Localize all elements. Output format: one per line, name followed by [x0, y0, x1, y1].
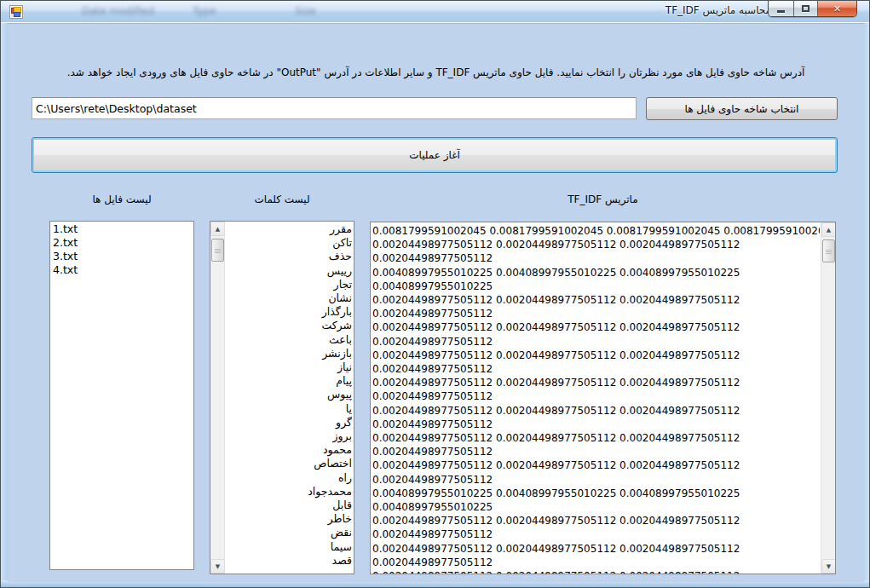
- word-item[interactable]: نیاز: [225, 360, 352, 374]
- matrix-line: 0.00204498977505112: [372, 445, 820, 458]
- word-item[interactable]: بارگذار: [225, 305, 352, 319]
- word-item[interactable]: تاکن: [225, 236, 352, 250]
- word-item[interactable]: خاطر: [225, 512, 352, 526]
- matrix-line: 0.0081799591002045 0.0081799591002045 0.…: [372, 224, 820, 238]
- word-item[interactable]: مقرر: [225, 222, 352, 236]
- folder-path-input[interactable]: [32, 97, 637, 119]
- matrix-line: 0.00204498977505112 0.00204498977505112 …: [372, 349, 820, 362]
- start-operation-button[interactable]: آغاز عملیات: [32, 137, 838, 173]
- bleed-text: Date modified: [82, 5, 154, 17]
- word-item[interactable]: باعث: [225, 333, 352, 347]
- form-icon[interactable]: [9, 5, 23, 19]
- word-item[interactable]: نقض: [225, 526, 352, 539]
- matrix-line: 0.00204498977505112 0.00204498977505112 …: [372, 376, 820, 389]
- words-listbox[interactable]: ▲ ▼ مقررتاکنحذفرییستجارنشانبارگذارشرکتبا…: [210, 221, 354, 574]
- matrix-line: 0.00204498977505112 0.00204498977505112 …: [372, 542, 820, 556]
- instruction-label: آدرس شاخه حاوی فایل های مورد نظرتان را ا…: [25, 66, 847, 78]
- close-button[interactable]: ✕: [818, 1, 856, 16]
- word-item[interactable]: بازنشر: [225, 347, 352, 360]
- word-item[interactable]: شرکت: [225, 319, 352, 332]
- file-item[interactable]: 3.txt: [53, 250, 193, 263]
- scroll-up-icon[interactable]: ▲: [821, 222, 836, 237]
- client-area: آدرس شاخه حاوی فایل های مورد نظرتان را ا…: [8, 23, 864, 582]
- bleed-text: Size: [295, 5, 316, 17]
- matrix-line: 0.00408997955010225 0.00408997955010225 …: [372, 266, 820, 280]
- word-item[interactable]: قابل: [225, 499, 352, 512]
- file-item[interactable]: 1.txt: [53, 222, 193, 236]
- words-list-label: لیست کلمات: [210, 193, 354, 207]
- word-item[interactable]: راه: [225, 471, 352, 485]
- caption-buttons: ✕: [768, 1, 857, 17]
- matrix-line: 0.00408997955010225: [372, 280, 820, 293]
- window-frame-left: [1, 23, 8, 587]
- word-item[interactable]: پیام: [225, 374, 352, 388]
- minimize-button[interactable]: [769, 1, 794, 16]
- titlebar[interactable]: Date modified Type Size محاسبه ماتريس TF…: [1, 1, 869, 23]
- word-item[interactable]: حذف: [225, 250, 352, 263]
- scrollbar-thumb[interactable]: [211, 239, 224, 262]
- matrix-line: 0.00204498977505112: [372, 418, 820, 431]
- word-item[interactable]: رییس: [225, 264, 352, 278]
- bleed-text: Type: [193, 5, 216, 17]
- file-item[interactable]: 2.txt: [53, 236, 193, 250]
- close-icon: ✕: [833, 3, 841, 14]
- select-folder-button[interactable]: انتخاب شاخه حاوی فایل ها: [646, 97, 838, 120]
- scrollbar-thumb[interactable]: [822, 239, 835, 262]
- word-item[interactable]: سیما: [225, 540, 352, 554]
- matrix-line: 0.00204498977505112 0.00204498977505112 …: [372, 569, 820, 574]
- matrix-line: 0.00408997955010225: [372, 500, 820, 514]
- matrix-line: 0.00204498977505112: [372, 335, 820, 349]
- matrix-line: 0.00204498977505112: [372, 307, 820, 320]
- word-item[interactable]: تجار: [225, 278, 352, 291]
- matrix-line: 0.00204498977505112: [372, 251, 820, 265]
- file-item[interactable]: 4.txt: [53, 263, 193, 277]
- app-window: Date modified Type Size محاسبه ماتريس TF…: [0, 0, 870, 588]
- matrix-line: 0.00204498977505112 0.00204498977505112 …: [372, 320, 820, 334]
- background-bleed-text: Date modified Type Size: [1, 5, 597, 19]
- matrix-line: 0.00204498977505112 0.00204498977505112 …: [372, 238, 820, 251]
- matrix-line: 0.00204498977505112: [372, 556, 820, 569]
- tfidf-matrix-textbox[interactable]: 0.0081799591002045 0.0081799591002045 0.…: [370, 222, 836, 574]
- word-item[interactable]: پیوس: [225, 388, 352, 401]
- scroll-down-icon[interactable]: ▼: [821, 559, 836, 574]
- word-item[interactable]: یا: [225, 402, 352, 416]
- maximize-icon: [802, 5, 810, 12]
- word-item[interactable]: نشان: [225, 291, 352, 305]
- files-list-label: لیست فایل ها: [49, 193, 194, 207]
- minimize-icon: [777, 10, 785, 13]
- word-item[interactable]: اختصاص: [225, 457, 352, 470]
- matrix-line: 0.00204498977505112 0.00204498977505112 …: [372, 404, 820, 418]
- matrix-line: 0.00204498977505112 0.00204498977505112 …: [372, 514, 820, 527]
- matrix-scrollbar[interactable]: ▲ ▼: [821, 222, 835, 574]
- matrix-line: 0.00204498977505112: [372, 389, 820, 403]
- matrix-line: 0.00408997955010225 0.00408997955010225 …: [372, 487, 820, 500]
- scroll-up-icon[interactable]: ▲: [210, 222, 225, 236]
- word-item[interactable]: بروز: [225, 429, 352, 443]
- maximize-button[interactable]: [794, 1, 818, 16]
- matrix-line: 0.00204498977505112: [372, 362, 820, 376]
- word-item[interactable]: محمدجواد: [225, 485, 352, 499]
- window-title: محاسبه ماتريس TF_IDF: [665, 4, 771, 16]
- matrix-line: 0.00204498977505112 0.00204498977505112 …: [372, 293, 820, 307]
- matrix-label: ماتریس TF_IDF: [370, 193, 836, 207]
- word-items: مقررتاکنحذفرییستجارنشانبارگذارشرکتباعثبا…: [225, 222, 352, 574]
- matrix-text: 0.0081799591002045 0.0081799591002045 0.…: [372, 224, 820, 574]
- matrix-line: 0.00204498977505112 0.00204498977505112 …: [372, 458, 820, 472]
- word-item[interactable]: قصد: [225, 554, 352, 568]
- words-scrollbar[interactable]: ▲ ▼: [210, 222, 225, 574]
- form-icon-blue-square: [14, 12, 20, 17]
- files-listbox[interactable]: 1.txt2.txt3.txt4.txt: [49, 221, 194, 570]
- matrix-line: 0.00204498977505112: [372, 527, 820, 541]
- word-item[interactable]: گرو: [225, 416, 352, 429]
- scroll-down-icon[interactable]: ▼: [210, 559, 225, 574]
- matrix-line: 0.00204498977505112 0.00204498977505112 …: [372, 431, 820, 445]
- word-item[interactable]: محمود: [225, 443, 352, 457]
- matrix-line: 0.00204498977505112: [372, 473, 820, 487]
